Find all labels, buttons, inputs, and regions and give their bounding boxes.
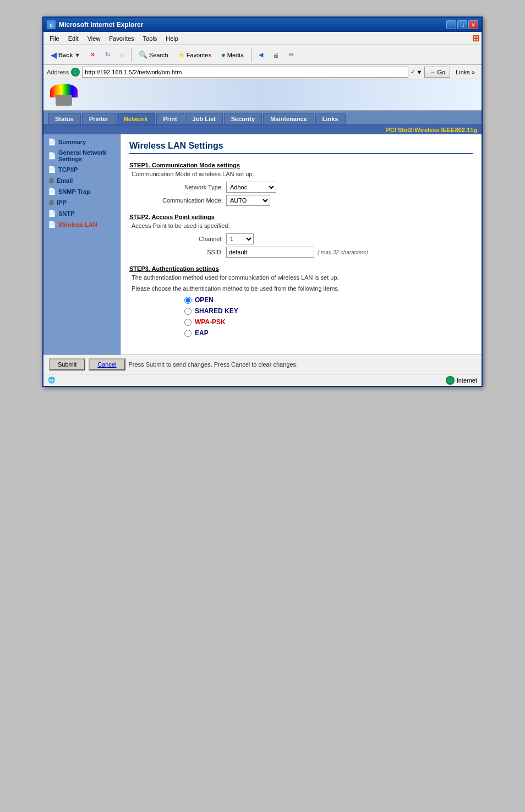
media-icon: ●: [221, 51, 226, 59]
sidebar-item-general[interactable]: 📄 General NetworkSettings: [43, 148, 120, 164]
summary-label: Summary: [58, 139, 86, 145]
radio-eap[interactable]: EAP: [184, 329, 473, 337]
tab-print[interactable]: Print: [156, 113, 184, 124]
tab-status[interactable]: Status: [48, 113, 81, 124]
title-bar-left: e Microsoft Internet Explorer: [47, 20, 143, 29]
sidebar-item-snmptrap[interactable]: 📄 SNMP Trap: [43, 186, 120, 197]
nav-tabs: Status Printer Network Print Job List Se…: [43, 111, 482, 126]
go-button[interactable]: → Go: [424, 67, 450, 78]
links-button[interactable]: Links »: [452, 68, 478, 76]
internet-icon: 🌐: [446, 376, 455, 385]
email-icon: 🖥: [48, 177, 54, 184]
sidebar-item-wirelesslan[interactable]: 📄 Wireless LAN: [43, 219, 120, 230]
radio-wpa-input[interactable]: [184, 319, 192, 326]
content-area: Status Printer Network Print Job List Se…: [43, 79, 482, 374]
dropdown-check: ✓: [411, 68, 415, 75]
back-arrow-icon: ◀: [51, 51, 57, 59]
toolbar: ◀ Back ▼ ✕ ↻ ⌂ 🔍 Search ★ Favorites ● Me…: [43, 45, 482, 65]
title-bar: e Microsoft Internet Explorer − □ ✕: [43, 18, 482, 32]
step1-heading: STEP1. Communication Mode settings: [129, 162, 473, 168]
ssid-row: SSID: ( max.32 characters): [151, 247, 473, 258]
radio-open-label: OPEN: [195, 296, 214, 304]
submit-button[interactable]: Submit: [49, 358, 85, 370]
wireless-label: Wireless LAN: [58, 221, 97, 228]
stop-button[interactable]: ✕: [86, 50, 99, 60]
sntp-label: SNTP: [58, 210, 74, 217]
menu-edit[interactable]: Edit: [64, 34, 83, 43]
ssid-label: SSID:: [151, 249, 223, 255]
comm-mode-label: Communication Mode:: [151, 197, 223, 204]
menu-view[interactable]: View: [84, 34, 105, 43]
tab-network[interactable]: Network: [117, 113, 155, 124]
home-button[interactable]: ⌂: [116, 50, 128, 60]
radio-open-input[interactable]: [184, 297, 192, 304]
radio-wpa-label: WPA-PSK: [195, 318, 226, 326]
tab-printer[interactable]: Printer: [82, 113, 116, 124]
sidebar-item-sntp[interactable]: 📄 SNTP: [43, 208, 120, 219]
title-bar-controls: − □ ✕: [446, 20, 478, 29]
channel-select[interactable]: 1234 5678 91011: [226, 233, 254, 244]
favorites-button[interactable]: ★ Favorites: [174, 49, 215, 61]
ipp-label: IPP: [57, 199, 67, 206]
general-icon: 📄: [48, 152, 56, 160]
menu-tools[interactable]: Tools: [139, 34, 161, 43]
status-bar: 🌐 🌐 Internet: [43, 374, 482, 386]
tab-joblist[interactable]: Job List: [185, 113, 223, 124]
back-button[interactable]: ◀ Back ▼: [47, 49, 84, 61]
bottom-bar: Submit Cancel Press Submit to send chang…: [43, 355, 482, 374]
wireless-icon: 📄: [48, 221, 56, 228]
ssid-input[interactable]: [226, 247, 314, 258]
radio-eap-label: EAP: [195, 329, 209, 337]
radio-shared[interactable]: SHARED KEY: [184, 307, 473, 315]
snmptrap-label: SNMP Trap: [58, 188, 90, 195]
sidebar-item-email[interactable]: 🖥 Email: [43, 175, 120, 186]
radio-eap-input[interactable]: [184, 330, 192, 337]
tcpip-icon: 📄: [48, 166, 56, 173]
summary-icon: 📄: [48, 138, 56, 146]
network-type-select[interactable]: Adhoc Infrastructure: [226, 182, 276, 193]
media-button[interactable]: ● Media: [217, 49, 248, 61]
radio-wpa[interactable]: WPA-PSK: [184, 318, 473, 326]
radio-open[interactable]: OPEN: [184, 296, 473, 304]
channel-row: Channel: 1234 5678 91011: [151, 233, 473, 244]
email-label: Email: [57, 177, 73, 184]
step1-section: STEP1. Communication Mode settings Commu…: [129, 162, 473, 206]
sidebar-item-summary[interactable]: 📄 Summary: [43, 137, 120, 148]
radio-shared-input[interactable]: [184, 308, 192, 315]
sub-header: PCI Slot2:Wireless IEEE802.11g: [43, 126, 482, 134]
step3-section: STEP3. Authentication settings The authe…: [129, 265, 473, 337]
tab-links[interactable]: Links: [315, 113, 346, 124]
step2-description: Access Point to be used is specified.: [132, 222, 473, 229]
print-button[interactable]: 🖨: [269, 50, 283, 60]
cancel-button[interactable]: Cancel: [89, 358, 125, 370]
menu-favorites[interactable]: Favorites: [105, 34, 138, 43]
network-type-label: Network Type:: [151, 184, 223, 190]
favorites-label: Favorites: [187, 52, 211, 58]
menu-file[interactable]: File: [46, 34, 63, 43]
edit-page-button[interactable]: ✏: [285, 50, 298, 60]
close-button[interactable]: ✕: [468, 20, 478, 29]
back-label: Back: [58, 52, 73, 58]
sidebar-item-tcpip[interactable]: 📄 TCP/IP: [43, 164, 120, 175]
printer-header: [43, 79, 482, 111]
printer-body: [56, 95, 72, 106]
printer-icon: [50, 84, 78, 106]
star-icon: ★: [178, 51, 185, 59]
sidebar-item-ipp[interactable]: 🖥 IPP: [43, 197, 120, 208]
auth-radio-group: OPEN SHARED KEY WPA-PSK EAP: [184, 296, 473, 337]
menu-help[interactable]: Help: [162, 34, 182, 43]
bottom-hint: Press Submit to send changes. Press Canc…: [129, 361, 298, 368]
back-forward-button[interactable]: ◀: [255, 50, 267, 60]
ie-window: e Microsoft Internet Explorer − □ ✕ File…: [42, 17, 483, 387]
minimize-button[interactable]: −: [446, 20, 456, 29]
search-button[interactable]: 🔍 Search: [135, 49, 172, 61]
comm-mode-select[interactable]: AUTO 11b 11g: [226, 195, 270, 206]
address-input[interactable]: [82, 67, 408, 78]
address-bar: Address 🌐 ✓ ▼ → Go Links »: [43, 65, 482, 79]
dropdown-arrow-addr[interactable]: ▼: [417, 69, 423, 75]
maximize-button[interactable]: □: [457, 20, 467, 29]
refresh-button[interactable]: ↻: [101, 50, 114, 60]
tab-maintenance[interactable]: Maintenance: [263, 113, 314, 124]
address-label: Address: [47, 69, 69, 75]
tab-security[interactable]: Security: [224, 113, 262, 124]
